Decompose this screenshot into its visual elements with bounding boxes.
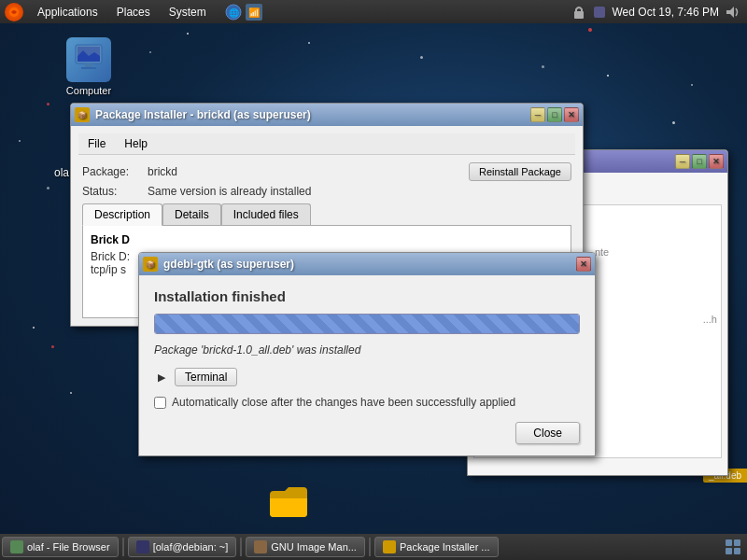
power-icon [592,5,607,20]
folder-desktop-icon[interactable] [266,480,311,525]
clock: Wed Oct 19, 7:46 PM [613,6,720,19]
svg-rect-21 [734,539,740,546]
desktop: Applications Places System 🌐 📶 [0,0,747,560]
svg-rect-23 [734,548,740,554]
taskbar: olaf - File Browser [olaf@debian: ~] GNU… [0,534,747,560]
network-icons: 🌐 📶 [225,4,262,21]
minimize-button[interactable]: ─ [530,107,545,122]
terminal-row: Terminal [154,368,580,386]
package-installer-title-icon: 📦 [75,107,90,122]
menu-file[interactable]: File [84,135,109,152]
window-controls: ─ □ ✕ [530,107,579,122]
gnome-logo [5,3,23,21]
tab-description[interactable]: Description [82,203,162,226]
taskbar-separator-1 [122,538,124,556]
menu-help[interactable]: Help [120,135,151,152]
network-icon: 🌐 [225,4,242,21]
file-browser-icon [10,540,23,553]
svg-text:📦: 📦 [146,259,155,269]
gdebi-body: Installation finished Package 'brickd-1.… [139,275,595,455]
svg-text:📶: 📶 [248,7,261,19]
top-menubar-right: Wed Oct 19, 7:46 PM [571,5,748,20]
taskbar-item-gimp[interactable]: GNU Image Man... [246,537,365,557]
gdebi-title-icon: 📦 [143,257,158,272]
volume-icon [725,5,740,20]
gimp-icon [254,540,267,553]
pkg-installer-taskbar-icon [383,540,396,553]
status-label: Status: [82,185,148,198]
close-button[interactable]: ✕ [564,107,579,122]
gdebi-title: gdebi-gtk (as superuser) [163,258,294,271]
auto-close-row: Automatically close after the changes ha… [154,396,580,409]
lock-icon [571,5,586,20]
progress-bar-container [154,314,580,334]
taskbar-item-terminal[interactable]: [olaf@debian: ~] [128,537,237,557]
package-value: brickd [148,165,469,178]
package-installed-text: Package 'brickd-1.0_all.deb' was install… [154,343,580,357]
svg-rect-20 [726,539,732,546]
progress-bar-fill [155,315,579,333]
package-installer-menubar: File Help [78,133,575,155]
auto-close-label: Automatically close after the changes ha… [172,396,515,409]
ola-text: ola [54,166,69,179]
reinstall-button[interactable]: Reinstall Package [469,162,571,181]
package-installer-titlebar: 📦 Package Installer - brickd (as superus… [71,104,583,126]
terminal-button[interactable]: Terminal [175,368,237,386]
gdebi-close-button[interactable]: ✕ [576,257,591,272]
terminal-expand-button[interactable] [154,370,169,385]
status-info-row: Status: Same version is already installe… [78,185,575,198]
top-menubar: Applications Places System 🌐 📶 [0,0,747,23]
folder-icon [266,480,311,525]
svg-rect-22 [726,548,732,554]
maximize-button[interactable]: □ [547,107,562,122]
gdebi-window-controls: ✕ [576,257,591,272]
package-installer-title: Package Installer - brickd (as superuser… [95,108,311,121]
taskbar-item-file-browser[interactable]: olaf - File Browser [2,537,119,557]
svg-text:📦: 📦 [78,110,87,119]
taskbar-right [725,539,745,555]
tab-details[interactable]: Details [162,203,221,225]
menu-places[interactable]: Places [107,0,160,23]
svg-rect-5 [574,11,584,19]
svg-rect-11 [81,67,96,69]
taskbar-grid-icon [725,539,741,555]
computer-icon-image [66,37,111,82]
menu-applications[interactable]: Applications [28,0,107,23]
installation-title: Installation finished [154,288,580,304]
svg-rect-6 [594,7,605,18]
taskbar-separator-3 [369,538,371,556]
taskbar-item-package-installer[interactable]: Package Installer ... [374,537,499,557]
auto-close-checkbox[interactable] [154,397,166,409]
terminal-icon [136,540,149,553]
svg-rect-19 [384,541,395,553]
gdebi-dialog: 📦 gdebi-gtk (as superuser) ✕ Installatio… [138,252,596,456]
computer-icon-label: Computer [66,85,111,96]
bg-maximize-button[interactable]: □ [692,154,707,169]
status-value: Same version is already installed [148,185,571,198]
dialog-buttons: Close [154,422,580,444]
tab-included-files[interactable]: Included files [221,203,311,225]
description-title: Brick D [91,233,563,246]
taskbar-separator-2 [240,538,242,556]
bg-minimize-button[interactable]: ─ [675,154,690,169]
package-label: Package: [82,165,148,178]
computer-desktop-icon[interactable]: Computer [51,37,126,96]
wifi-icon: 📶 [246,4,262,21]
bg-window-controls: ─ □ ✕ [675,154,724,169]
svg-text:🌐: 🌐 [228,7,239,19]
tabs-container: Description Details Included files [82,203,571,225]
bg-close-button[interactable]: ✕ [709,154,724,169]
dialog-close-button[interactable]: Close [515,422,580,444]
package-info-row: Package: brickd Reinstall Package [78,162,575,181]
menu-system[interactable]: System [160,0,216,23]
svg-rect-10 [85,63,92,67]
gdebi-titlebar: 📦 gdebi-gtk (as superuser) ✕ [139,253,595,275]
